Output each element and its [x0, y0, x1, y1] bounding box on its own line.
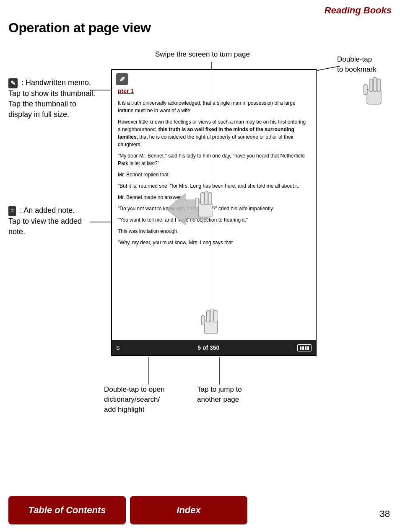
- svg-rect-21: [214, 310, 217, 322]
- memo-icon-in-book[interactable]: ✎: [116, 73, 128, 85]
- note-icon: ≡: [8, 206, 16, 216]
- book-status-bar: S 5 of 350 ▮▮▮▮: [112, 340, 316, 355]
- double-tap-open-label: Double-tap to open dictionary/search/ ad…: [104, 385, 165, 414]
- handwritten-icon: ✎: [8, 78, 18, 88]
- annotation-note: ≡ : An added note.Tap to view the added …: [8, 205, 99, 237]
- hand-icon-jump: [196, 305, 226, 340]
- header-title: Reading Books: [325, 5, 392, 15]
- svg-rect-15: [205, 191, 208, 205]
- svg-rect-17: [195, 198, 199, 208]
- svg-rect-9: [373, 77, 377, 91]
- table-of-contents-label: Table of Contents: [29, 505, 106, 516]
- table-of-contents-button[interactable]: Table of Contents: [8, 496, 126, 524]
- handwritten-memo-text: : Handwritten memo. Tap to show its thum…: [8, 78, 95, 119]
- svg-line-1: [317, 70, 319, 70]
- status-s-label: S: [116, 345, 120, 351]
- page-number: 38: [380, 509, 390, 519]
- index-label: Index: [177, 505, 200, 516]
- index-button[interactable]: Index: [130, 496, 247, 524]
- added-note-text: : An added note.Tap to view the added no…: [8, 206, 82, 236]
- tap-jump-label: Tap to jump to another page: [197, 385, 242, 405]
- status-battery: ▮▮▮▮: [297, 344, 312, 351]
- svg-rect-10: [377, 79, 381, 91]
- book-screen: ✎ pter 1 It is a truth universally ackno…: [111, 69, 317, 356]
- bottom-nav: Table of Contents Index: [0, 496, 400, 524]
- double-tap-bookmark-label: Double-tap to bookmark: [337, 54, 392, 75]
- swipe-label: Swipe the screen to turn page: [155, 50, 250, 59]
- svg-rect-8: [369, 79, 373, 91]
- status-page-label: 5 of 350: [197, 344, 219, 351]
- svg-rect-22: [201, 315, 205, 325]
- hand-icon-bookmark: [357, 73, 391, 111]
- svg-rect-14: [201, 193, 204, 205]
- header-section: Reading Books: [325, 5, 392, 16]
- annotation-handwritten: ✎ : Handwritten memo. Tap to show its th…: [8, 77, 99, 120]
- svg-line-2: [317, 66, 340, 70]
- hand-icon-swipe: [190, 187, 221, 223]
- svg-rect-11: [364, 84, 367, 95]
- page-title: Operation at page view: [8, 20, 151, 36]
- svg-rect-16: [208, 193, 212, 205]
- svg-rect-20: [210, 309, 213, 322]
- svg-rect-19: [207, 310, 210, 322]
